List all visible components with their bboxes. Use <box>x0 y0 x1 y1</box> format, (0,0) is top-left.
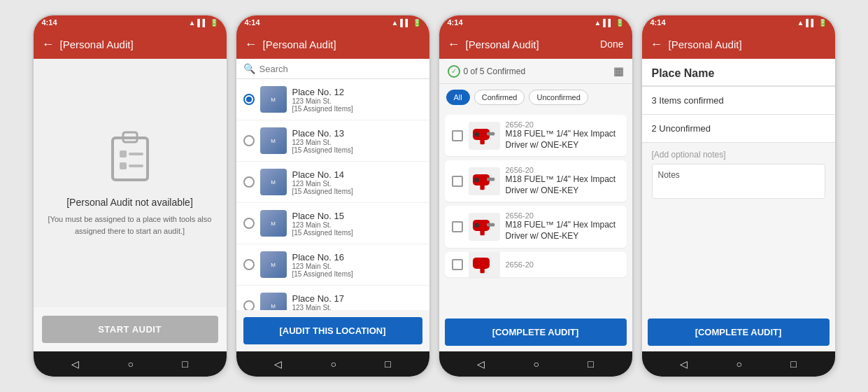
status-bar-2: 4:14 ▲ ▌▌ 🔋 <box>236 15 429 29</box>
svg-point-16 <box>474 223 478 227</box>
nav-square-icon-1[interactable]: □ <box>182 358 187 370</box>
nav-footer-4: ◁ ○ □ <box>642 351 835 377</box>
nav-home-icon-3[interactable]: ○ <box>534 358 539 370</box>
radio-place-16[interactable] <box>243 259 255 270</box>
nav-square-icon-2[interactable]: □ <box>385 358 390 370</box>
battery-icon-3: 🔋 <box>616 19 624 27</box>
location-item-1[interactable]: M Place No. 12 123 Main St. [15 Assigned… <box>236 79 429 120</box>
radio-place-17[interactable] <box>243 300 255 310</box>
loc-info-6: Place No. 17 123 Main St. [15 Assigned I… <box>292 293 422 311</box>
loc-img-2: M <box>260 127 287 154</box>
back-button-1[interactable]: ← <box>42 37 55 52</box>
loc-info-1: Place No. 12 123 Main St. [15 Assigned I… <box>292 87 422 113</box>
battery-icon-2: 🔋 <box>413 19 421 27</box>
signal-icon-3: ▌▌ <box>603 19 613 27</box>
back-button-4[interactable]: ← <box>650 37 663 52</box>
loc-addr-1: 123 Main St. <box>292 97 422 105</box>
time-2: 4:14 <box>245 18 260 27</box>
signal-icon-2: ▌▌ <box>400 19 410 27</box>
nav-back-icon-1[interactable]: ◁ <box>71 358 79 370</box>
complete-audit-button-4[interactable]: [COMPLETE AUDIT] <box>648 318 830 346</box>
page-title-3: [Personal Audit] <box>466 38 595 50</box>
filter-confirmed[interactable]: Confirmed <box>474 90 525 105</box>
nav-back-icon-2[interactable]: ◁ <box>274 358 282 370</box>
loc-name-3: Place No. 14 <box>292 169 422 180</box>
nav-home-icon-2[interactable]: ○ <box>331 358 336 370</box>
not-available-title: [Personal Audit not available] <box>66 197 193 208</box>
nav-square-icon-4[interactable]: □ <box>790 358 796 370</box>
search-icon: 🔍 <box>243 63 255 74</box>
check-mark: ✓ <box>451 67 457 75</box>
signal-icon: ▌▌ <box>197 19 207 27</box>
location-item-6[interactable]: M Place No. 17 123 Main St. [15 Assigned… <box>236 286 429 310</box>
loc-img-4: M <box>260 210 287 237</box>
loc-addr-5: 123 Main St. <box>292 262 422 270</box>
radio-place-12[interactable] <box>243 94 255 105</box>
nav-square-icon-3[interactable]: □ <box>588 358 593 370</box>
screen1-content: [Personal Audit not available] [You must… <box>34 59 227 351</box>
loc-info-2: Place No. 13 123 Main St. [15 Assigned I… <box>292 128 422 154</box>
audit-checkbox-4[interactable] <box>452 259 463 270</box>
complete-audit-button-3[interactable]: [COMPLETE AUDIT] <box>445 318 627 346</box>
wifi-icon-2: ▲ <box>391 19 398 27</box>
svg-rect-9 <box>487 132 495 136</box>
tool-sku-3: 2656-20 <box>506 211 620 220</box>
tool-thumb-4 <box>469 252 500 277</box>
radio-place-13[interactable] <box>243 135 255 146</box>
loc-thumb-6: M <box>260 293 287 310</box>
filter-all[interactable]: All <box>446 90 470 105</box>
tool-thumb-1 <box>469 122 500 150</box>
nav-home-icon-1[interactable]: ○ <box>128 358 134 370</box>
loc-name-4: Place No. 15 <box>292 211 422 221</box>
battery-icon-4: 🔋 <box>818 19 827 27</box>
tool-name-3: M18 FUEL™ 1/4" Hex Impact Driver w/ ONE-… <box>506 220 620 241</box>
filter-unconfirmed[interactable]: Unconfirmed <box>529 90 588 105</box>
tool-info-2: 2656-20 M18 FUEL™ 1/4" Hex Impact Driver… <box>506 166 620 196</box>
audit-location-button[interactable]: [AUDIT THIS LOCATION] <box>243 317 422 344</box>
search-bar: 🔍 <box>236 59 429 79</box>
loc-addr-2: 123 Main St. <box>292 139 422 146</box>
loc-info-3: Place No. 14 123 Main St. [15 Assigned I… <box>292 169 422 195</box>
location-item-5[interactable]: M Place No. 16 123 Main St. [15 Assigned… <box>236 244 429 286</box>
location-item-4[interactable]: M Place No. 15 123 Main St. [15 Assigned… <box>236 203 429 244</box>
nav-back-icon-4[interactable]: ◁ <box>680 358 688 370</box>
audit-checkbox-1[interactable] <box>452 130 463 141</box>
loc-name-1: Place No. 12 <box>292 87 422 97</box>
audit-item-3: 2656-20 M18 FUEL™ 1/4" Hex Impact Driver… <box>445 206 627 247</box>
location-item-2[interactable]: M Place No. 13 123 Main St. [15 Assigned… <box>236 120 429 162</box>
loc-addr-4: 123 Main St. <box>292 221 422 229</box>
loc-thumb-4: M <box>260 210 287 237</box>
loc-items-2: [15 Assigned Items] <box>292 146 422 154</box>
phone-screen-1: 4:14 ▲ ▌▌ 🔋 ← [Personal Audit] [Personal… <box>32 14 228 378</box>
nav-back-icon-3[interactable]: ◁ <box>477 358 485 370</box>
filter-tabs: All Confirmed Unconfirmed <box>439 84 632 111</box>
status-bar-4: 4:14 ▲ ▌▌ 🔋 <box>642 15 835 29</box>
notes-box[interactable]: Notes <box>652 164 825 199</box>
page-title-1: [Personal Audit] <box>60 38 218 50</box>
svg-rect-4 <box>120 162 127 169</box>
start-audit-button[interactable]: START AUDIT <box>42 316 218 343</box>
svg-rect-2 <box>120 150 127 158</box>
audit-checkbox-3[interactable] <box>452 221 463 232</box>
back-button-3[interactable]: ← <box>448 37 460 52</box>
loc-thumb-3: M <box>260 169 287 195</box>
svg-rect-19 <box>480 267 484 273</box>
radio-place-15[interactable] <box>243 218 255 229</box>
status-bar-3: 4:14 ▲ ▌▌ 🔋 <box>439 15 632 29</box>
back-button-2[interactable]: ← <box>245 37 257 52</box>
barcode-icon[interactable]: ▦ <box>613 64 624 78</box>
done-button[interactable]: Done <box>600 38 623 50</box>
status-icons-3: ▲ ▌▌ 🔋 <box>594 19 623 27</box>
svg-rect-18 <box>473 258 490 269</box>
clipboard-icon <box>106 130 155 186</box>
time-4: 4:14 <box>650 18 666 27</box>
loc-thumb-1: M <box>260 86 287 113</box>
notes-section: [Add optional notes] Notes <box>642 143 835 313</box>
tool-name-2: M18 FUEL™ 1/4" Hex Impact Driver w/ ONE-… <box>506 174 620 196</box>
location-item-3[interactable]: M Place No. 14 123 Main St. [15 Assigned… <box>236 162 429 203</box>
nav-home-icon-4[interactable]: ○ <box>737 358 742 370</box>
search-input[interactable] <box>259 64 422 74</box>
radio-place-14[interactable] <box>243 176 255 188</box>
audit-checkbox-2[interactable] <box>452 176 463 187</box>
tool-thumb-3 <box>469 213 500 241</box>
